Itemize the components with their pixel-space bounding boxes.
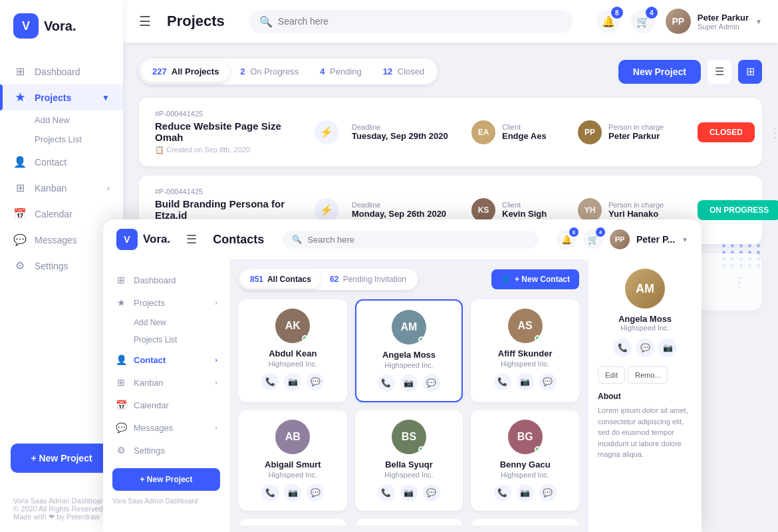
chat-button[interactable]: 💬: [539, 373, 557, 390]
contact-card-bella[interactable]: BS Bella Syuqr Highspeed Inc. 📞 📷 💬: [355, 410, 463, 511]
sidebar-item-calendar[interactable]: 📅 Calendar: [0, 201, 123, 227]
cart-button[interactable]: 🛒 4: [631, 9, 655, 33]
c-sidebar-settings[interactable]: ⚙ Settings: [103, 439, 229, 462]
logo-icon: V: [13, 13, 39, 39]
phone-button[interactable]: 📞: [378, 484, 395, 501]
new-project-button[interactable]: New Project: [618, 60, 701, 84]
grid-view-button[interactable]: ⊞: [738, 60, 762, 84]
sidebar-label-dashboard: Dashboard: [35, 66, 80, 77]
menu-icon[interactable]: ☰: [139, 13, 151, 29]
video-button[interactable]: 📷: [400, 374, 418, 392]
contacts-menu-icon[interactable]: ☰: [186, 232, 197, 247]
c-sub-add-new[interactable]: Add New: [103, 314, 229, 331]
contact-company: Highspeed Inc.: [269, 360, 317, 368]
c-sidebar-contact[interactable]: 👤 Contact ›: [103, 348, 229, 371]
contact-company: Highspeed Inc.: [384, 471, 433, 479]
chat-button[interactable]: 💬: [307, 373, 324, 390]
panel-btn-row: Edit Remo...: [598, 366, 692, 384]
c-sidebar-messages[interactable]: 💬 Messages ›: [103, 416, 229, 439]
project-card: #P-000441425 Reduce Website Page Size Om…: [139, 98, 762, 166]
contacts-search-icon: 🔍: [292, 235, 302, 244]
panel-video-button[interactable]: 📷: [658, 338, 677, 357]
c-sidebar-kanban[interactable]: ⊞ Kanban ›: [103, 371, 229, 394]
new-project-sidebar-button[interactable]: + New Project: [11, 444, 112, 473]
list-view-button[interactable]: ☰: [708, 60, 731, 84]
phone-button[interactable]: 📞: [378, 374, 395, 392]
page-title: Projects: [167, 13, 225, 30]
notifications-bell-button[interactable]: 🔔 8: [596, 9, 620, 33]
contact-card-franklin[interactable]: FC Franklin CS Highspeed Inc. 📞 📷 💬: [471, 519, 579, 525]
c-sidebar-projects[interactable]: ★ Projects ›: [103, 291, 229, 314]
sidebar-item-projects[interactable]: ★ Projects ▼: [0, 84, 123, 110]
c-chevron-contact: ›: [215, 356, 217, 364]
contact-name: Abdul Kean: [269, 348, 317, 358]
tab-all-contacts[interactable]: 851 All Contacs: [241, 271, 321, 288]
sidebar-item-kanban[interactable]: ⊞ Kanban ›: [0, 175, 123, 201]
contacts-sidebar: ⊞ Dashboard ★ Projects › Add New Project…: [103, 259, 229, 532]
panel-phone-button[interactable]: 📞: [613, 338, 632, 357]
chat-button[interactable]: 💬: [539, 484, 557, 501]
contact-card-abdul[interactable]: AK Abdul Kean Highspeed Inc. 📞 📷 💬: [239, 299, 347, 402]
chat-button[interactable]: 💬: [423, 374, 440, 392]
tab-on-progress[interactable]: 2 On Progress: [229, 61, 309, 82]
contact-card-denny[interactable]: DJ Denny Juan Highspeed Inc. 📞 📷 💬: [355, 519, 463, 525]
contact-detail-panel: AM Angela Moss Highspeed Inc. 📞 💬 📷 Edit…: [588, 259, 702, 532]
contacts-bell-button[interactable]: 🔔 8: [557, 229, 577, 249]
c-sidebar-calendar[interactable]: 📅 Calendar: [103, 394, 229, 416]
toolbar-right: New Project ☰ ⊞: [618, 60, 762, 84]
panel-actions: 📞 💬 📷: [598, 338, 692, 357]
contact-card-benny[interactable]: BG Benny Gacu Highspeed Inc. 📞 📷 💬: [471, 410, 579, 511]
contact-card-abigail[interactable]: AB Abigail Smurt Highspeed Inc. 📞 📷 💬: [239, 410, 347, 511]
video-button[interactable]: 📷: [517, 484, 534, 501]
contacts-search-input[interactable]: [307, 235, 529, 245]
chat-button[interactable]: 💬: [307, 484, 324, 501]
sidebar-item-projects-list[interactable]: Projects List: [0, 130, 123, 149]
contact-name: Benny Gacu: [500, 460, 551, 469]
user-info[interactable]: PP Peter Parkur Super Admin ▼: [666, 9, 762, 34]
contacts-cart-button[interactable]: 🛒 4: [583, 229, 603, 249]
project-deadline: Deadline Tuesday, Sep 29th 2020: [352, 123, 458, 141]
c-sub-projects-list[interactable]: Projects List: [103, 331, 229, 348]
contact-name: Bella Syuqr: [385, 460, 433, 469]
search-input[interactable]: [278, 16, 562, 27]
video-button[interactable]: 📷: [284, 373, 301, 390]
remove-button[interactable]: Remo...: [628, 366, 668, 384]
video-button[interactable]: 📷: [517, 373, 534, 390]
about-title: About: [598, 392, 692, 401]
contact-card-chloe[interactable]: CH Chloe Simatup... Highspeed Inc. 📞 📷 💬: [239, 519, 347, 525]
video-button[interactable]: 📷: [400, 484, 418, 501]
tab-closed[interactable]: 12 Closed: [372, 61, 436, 82]
phone-button[interactable]: 📞: [494, 484, 511, 501]
tab-all-projects[interactable]: 227 All Projects: [142, 61, 229, 82]
more-options-button[interactable]: ⋮: [733, 274, 746, 290]
panel-chat-button[interactable]: 💬: [636, 338, 654, 357]
projects-icon: ★: [13, 91, 27, 104]
chat-button[interactable]: 💬: [423, 484, 440, 501]
kanban-icon: ⊞: [13, 182, 27, 194]
contact-card-afiff[interactable]: AS Afiff Skunder Highspeed Inc. 📞 📷 💬: [471, 299, 579, 402]
more-options-button[interactable]: ⋮: [768, 124, 778, 140]
user-role: Super Admin: [698, 23, 749, 31]
tab-pending-invitation[interactable]: 62 Pending Invitation: [321, 271, 416, 288]
phone-button[interactable]: 📞: [261, 484, 279, 501]
c-messages-icon: 💬: [115, 422, 127, 433]
sidebar-item-dashboard[interactable]: ⊞ Dashboard: [0, 59, 123, 84]
tab-pending[interactable]: 4 Pending: [309, 61, 372, 82]
contact-card-angela[interactable]: AM Angela Moss Highspeed Inc. 📞 📷 💬: [355, 299, 463, 402]
online-indicator: [535, 446, 541, 453]
new-contact-button[interactable]: 👤 + New Contact: [491, 269, 579, 289]
phone-button[interactable]: 📞: [494, 373, 511, 390]
c-kanban-icon: ⊞: [115, 377, 127, 388]
contacts-body: ⊞ Dashboard ★ Projects › Add New Project…: [103, 259, 702, 532]
sidebar-item-contact[interactable]: 👤 Contact: [0, 149, 123, 175]
project-id: #P-000441425: [155, 110, 301, 118]
sidebar-label-settings: Settings: [35, 261, 68, 271]
phone-button[interactable]: 📞: [261, 373, 279, 390]
edit-button[interactable]: Edit: [598, 366, 625, 384]
c-sidebar-dashboard[interactable]: ⊞ Dashboard: [103, 269, 229, 291]
video-button[interactable]: 📷: [284, 484, 301, 501]
contact-actions: 📞 📷 💬: [378, 374, 440, 392]
c-new-project-button[interactable]: + New Project: [112, 468, 220, 491]
sidebar-item-add-new[interactable]: Add New: [0, 110, 123, 130]
contact-name: Afiff Skunder: [498, 348, 553, 358]
